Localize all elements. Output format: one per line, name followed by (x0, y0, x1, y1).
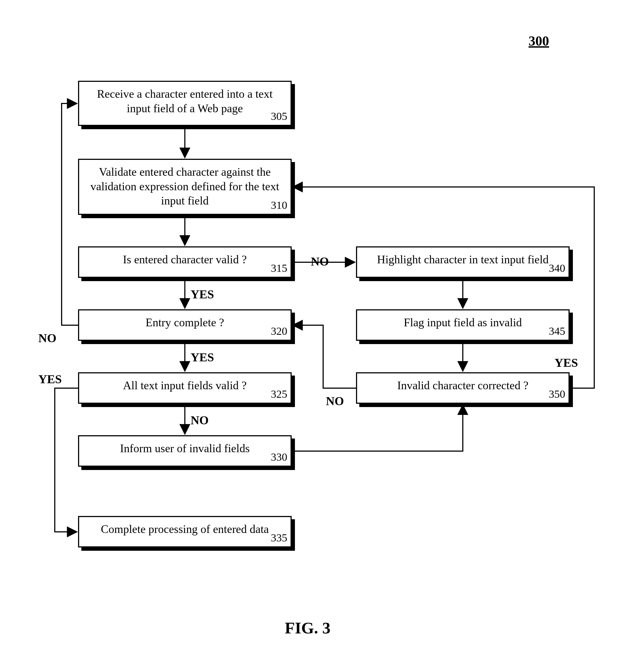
figure-caption: FIG. 3 (285, 619, 330, 638)
flowchart-page: 300 Receive a character entered into a t… (0, 0, 623, 672)
flow-arrows (0, 0, 623, 672)
